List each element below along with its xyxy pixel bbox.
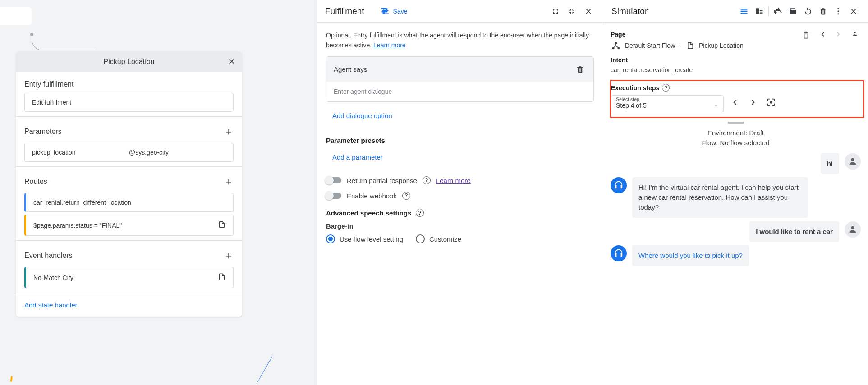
agent-says-box: Agent says bbox=[326, 56, 594, 102]
add-state-handler-button[interactable]: Add state handler bbox=[24, 293, 234, 317]
route-row-2[interactable]: $page.params.status = "FINAL" bbox=[24, 215, 234, 236]
learn-more-link[interactable]: Learn more bbox=[373, 41, 406, 49]
svg-rect-3 bbox=[756, 8, 759, 14]
agent-dialogue-input[interactable] bbox=[326, 82, 593, 101]
execution-steps-highlight: Execution steps ? Select step Step 4 of … bbox=[610, 80, 864, 118]
crumb-page[interactable]: Pickup Location bbox=[699, 42, 744, 49]
intent-value: car_rental.reservation_create bbox=[611, 66, 861, 73]
save-button[interactable]: Save bbox=[380, 7, 408, 15]
chat-bot-bubble-2[interactable]: Where would you like to pick it up? bbox=[632, 245, 749, 266]
start-node[interactable] bbox=[0, 7, 32, 25]
environment-info: Environment: Draft Flow: No flow selecte… bbox=[611, 128, 861, 148]
execution-steps-label: Execution steps bbox=[611, 84, 659, 92]
help-icon[interactable]: ? bbox=[662, 84, 670, 92]
customize-radio[interactable]: Customize bbox=[416, 234, 461, 243]
agent-says-label: Agent says bbox=[334, 65, 367, 73]
chat-user-bubble-2: I would like to rent a car bbox=[749, 221, 839, 242]
fulfillment-title: Fulfillment bbox=[325, 6, 364, 16]
bot-avatar-icon bbox=[611, 177, 627, 193]
use-flow-level-radio[interactable]: Use flow level setting bbox=[326, 234, 403, 243]
chat-area: hi Hi! I'm the virtual car rental agent.… bbox=[611, 153, 861, 266]
chat-bot-msg-2: Where would you like to pick it up? bbox=[611, 245, 861, 266]
page-icon bbox=[218, 220, 226, 230]
advanced-speech-label: Advanced speech settings bbox=[326, 209, 411, 217]
svg-rect-0 bbox=[741, 9, 748, 10]
focus-icon[interactable] bbox=[764, 97, 778, 110]
help-icon[interactable]: ? bbox=[402, 192, 410, 200]
delete-icon[interactable] bbox=[574, 63, 586, 75]
page-card-title: Pickup Location bbox=[104, 58, 155, 65]
next-page-icon[interactable] bbox=[834, 30, 843, 40]
add-event-handler-icon[interactable]: ＋ bbox=[224, 249, 234, 262]
chat-user-bubble-1: hi bbox=[821, 153, 839, 174]
breadcrumb: Default Start Flow - Pickup Location bbox=[611, 41, 861, 50]
add-parameter-button[interactable]: Add a parameter bbox=[326, 150, 594, 169]
drag-handle[interactable] bbox=[728, 122, 744, 124]
edit-fulfillment-button[interactable]: Edit fulfillment bbox=[24, 93, 234, 112]
undo-icon[interactable] bbox=[772, 5, 784, 18]
chevron-down-icon bbox=[713, 103, 719, 108]
help-icon[interactable]: ? bbox=[423, 176, 431, 184]
event-handler-row-1[interactable]: No-Match City bbox=[24, 267, 234, 288]
route-1-text: car_rental.return_different_location bbox=[33, 199, 131, 206]
customize-label: Customize bbox=[429, 235, 461, 243]
event-handlers-label: Event handlers bbox=[24, 252, 73, 260]
page-icon bbox=[686, 41, 694, 50]
svg-rect-6 bbox=[760, 11, 763, 12]
replay-icon[interactable] bbox=[802, 5, 814, 18]
env-line-2: Flow: No flow selected bbox=[611, 138, 861, 148]
user-avatar-icon bbox=[845, 221, 861, 238]
bot-avatar-icon bbox=[611, 245, 627, 261]
close-icon[interactable] bbox=[582, 5, 595, 18]
add-parameter-icon[interactable]: ＋ bbox=[224, 125, 234, 138]
routes-label: Routes bbox=[24, 178, 47, 186]
barge-in-label: Barge-in bbox=[326, 222, 594, 230]
fulfillment-panel: Fulfillment Save Optional. Entry fulfill… bbox=[317, 0, 603, 385]
learn-more-link-2[interactable]: Learn more bbox=[436, 177, 471, 184]
use-flow-label: Use flow level setting bbox=[340, 235, 403, 243]
prev-page-icon[interactable] bbox=[818, 30, 827, 40]
close-icon[interactable] bbox=[227, 57, 236, 68]
step-next-icon[interactable] bbox=[746, 97, 760, 110]
page-icon bbox=[218, 273, 226, 282]
add-dialogue-button[interactable]: Add dialogue option bbox=[326, 106, 594, 128]
fullscreen-icon[interactable] bbox=[550, 5, 561, 17]
step-select-value: Step 4 of 5 bbox=[616, 102, 647, 109]
chat-bot-msg-1: Hi! I'm the virtual car rental agent. I … bbox=[611, 177, 861, 217]
svg-rect-1 bbox=[741, 10, 748, 12]
parameter-row[interactable]: pickup_location @sys.geo-city bbox=[24, 143, 234, 162]
page-card: Pickup Location Entry fulfillment Edit f… bbox=[16, 51, 242, 317]
more-icon[interactable] bbox=[832, 5, 845, 18]
radio-checked-icon bbox=[326, 234, 335, 243]
svg-rect-7 bbox=[760, 13, 763, 14]
close-icon[interactable] bbox=[847, 5, 860, 18]
return-partial-toggle[interactable] bbox=[326, 177, 341, 183]
view-split-icon[interactable] bbox=[753, 5, 766, 18]
parameter-presets-label: Parameter presets bbox=[326, 137, 594, 144]
parameter-name: pickup_location bbox=[32, 149, 129, 156]
view-flat-icon[interactable] bbox=[738, 5, 750, 18]
fulfillment-desc-text: Optional. Entry fulfillment is what the … bbox=[326, 32, 589, 49]
crumb-flow[interactable]: Default Start Flow bbox=[625, 42, 675, 49]
add-route-icon[interactable]: ＋ bbox=[224, 175, 234, 188]
step-prev-icon[interactable] bbox=[728, 97, 742, 110]
step-select-label: Select step bbox=[616, 96, 719, 102]
clipboard-icon[interactable] bbox=[800, 29, 812, 41]
help-icon[interactable]: ? bbox=[416, 209, 424, 217]
collapse-icon[interactable] bbox=[849, 29, 861, 41]
svg-rect-11 bbox=[853, 35, 857, 36]
flow-canvas[interactable]: Pickup Location Entry fulfillment Edit f… bbox=[0, 0, 317, 385]
save-test-icon[interactable] bbox=[787, 5, 799, 17]
chat-user-msg-1: hi bbox=[611, 153, 861, 174]
return-partial-label: Return partial response bbox=[347, 177, 417, 184]
delete-icon[interactable] bbox=[817, 5, 829, 17]
entry-fulfillment-label: Entry fulfillment bbox=[24, 72, 234, 93]
route-row-1[interactable]: car_rental.return_different_location bbox=[24, 193, 234, 212]
svg-rect-2 bbox=[741, 13, 748, 14]
chat-bot-bubble-1: Hi! I'm the virtual car rental agent. I … bbox=[632, 177, 808, 217]
crumb-sep: - bbox=[680, 42, 682, 49]
step-select[interactable]: Select step Step 4 of 5 bbox=[611, 95, 724, 112]
svg-point-9 bbox=[837, 10, 839, 12]
enable-webhook-toggle[interactable] bbox=[326, 192, 341, 199]
exit-fullscreen-icon[interactable] bbox=[566, 5, 578, 17]
